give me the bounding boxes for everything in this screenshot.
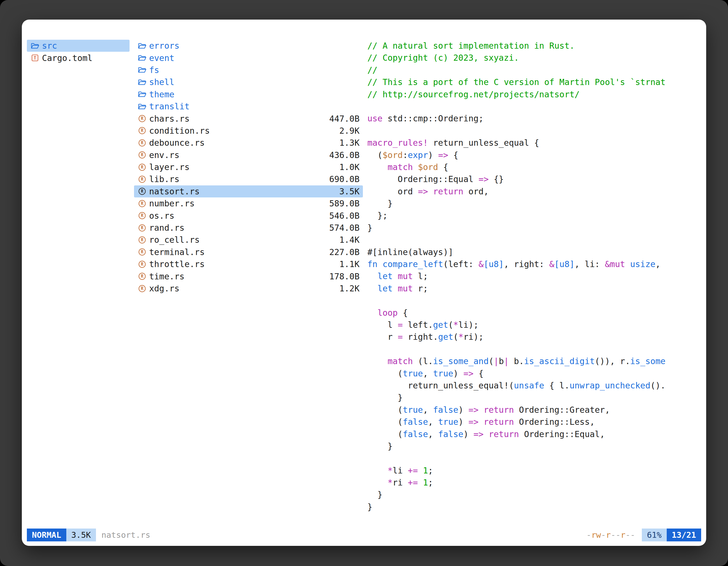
rust-icon: R (137, 272, 147, 281)
cursor-position-badge: 13/21 (667, 529, 701, 541)
file-row-os-rs[interactable]: Ros.rs546.0B (134, 210, 363, 222)
status-bar: NORMAL 3.5K natsort.rs -rw-r--r-- 61% 13… (27, 529, 701, 541)
code-line: let mut l; (367, 270, 701, 282)
code-line: *li += 1; (367, 464, 701, 476)
file-name: layer.rs (149, 162, 190, 172)
file-name: natsort.rs (149, 187, 200, 196)
file-row-rand-rs[interactable]: Rrand.rs574.0B (134, 222, 363, 234)
file-name: xdg.rs (149, 283, 179, 293)
code-line: ($ord:expr) => { (367, 149, 701, 161)
file-name: time.rs (149, 272, 184, 281)
file-name: shell (149, 77, 174, 87)
file-name: env.rs (149, 150, 179, 160)
file-name: lib.rs (149, 174, 179, 184)
code-line: (false, true) => return Ordering::Less, (367, 416, 701, 428)
file-size: 178.0B (324, 272, 360, 281)
folder-open-icon (137, 78, 147, 86)
code-line: Ordering::Equal => {} (367, 173, 701, 185)
file-size: 546.0B (324, 211, 360, 221)
svg-text:T: T (34, 56, 36, 61)
svg-text:R: R (141, 201, 144, 206)
rust-icon: R (137, 200, 147, 208)
file-row-chars-rs[interactable]: Rchars.rs447.0B (134, 112, 363, 125)
svg-text:R: R (141, 177, 144, 182)
rust-icon: R (137, 284, 147, 293)
file-row-translit[interactable]: translit (134, 100, 363, 112)
file-row-natsort-rs[interactable]: Rnatsort.rs3.5K (134, 186, 363, 198)
code-line: } (367, 222, 701, 234)
code-line: return_unless_equal!(unsafe { l.unwrap_u… (367, 379, 701, 391)
code-line (367, 234, 701, 246)
rust-icon: R (137, 236, 147, 244)
file-size: 436.0B (324, 150, 360, 160)
rust-icon: R (137, 175, 147, 184)
code-line: ord => return ord, (367, 186, 701, 198)
file-row-errors[interactable]: errors (134, 40, 363, 52)
file-row-layer-rs[interactable]: Rlayer.rs1.0K (134, 161, 363, 173)
file-row-terminal-rs[interactable]: Rterminal.rs227.0B (134, 246, 363, 258)
code-line: loop { (367, 307, 701, 319)
svg-text:R: R (141, 286, 144, 291)
svg-text:R: R (141, 238, 144, 243)
yazi-file-manager-window: srcTCargo.toml errorseventfsshellthemetr… (22, 20, 706, 546)
code-line (367, 100, 701, 112)
folder-open-icon (137, 42, 147, 50)
file-name: event (149, 53, 174, 63)
code-line (367, 452, 701, 464)
code-line (367, 343, 701, 355)
svg-text:R: R (141, 274, 144, 279)
svg-text:R: R (141, 213, 144, 219)
code-line: }; (367, 210, 701, 222)
file-size: 1.3K (334, 138, 360, 148)
code-line: #[inline(always)] (367, 246, 701, 258)
file-name: condition.rs (149, 126, 210, 136)
svg-text:R: R (141, 165, 144, 170)
folder-open-icon (137, 54, 147, 62)
file-name: Cargo.toml (42, 53, 93, 63)
desktop-backdrop: srcTCargo.toml errorseventfsshellthemetr… (0, 0, 728, 566)
file-name: chars.rs (149, 114, 190, 124)
file-row-time-rs[interactable]: Rtime.rs178.0B (134, 270, 363, 282)
file-size: 1.0K (334, 162, 360, 172)
file-row-debounce-rs[interactable]: Rdebounce.rs1.3K (134, 137, 363, 149)
code-line: (false, false) => return Ordering::Equal… (367, 428, 701, 440)
svg-text:R: R (141, 128, 144, 133)
file-row-condition-rs[interactable]: Rcondition.rs2.9K (134, 125, 363, 137)
rust-icon: R (137, 224, 147, 232)
rust-icon: R (137, 126, 147, 135)
file-row-event[interactable]: event (134, 52, 363, 64)
rust-icon: R (137, 248, 147, 256)
file-size: 690.0B (324, 174, 360, 184)
code-line (367, 125, 701, 137)
file-row-lib-rs[interactable]: Rlib.rs690.0B (134, 173, 363, 185)
file-row-xdg-rs[interactable]: Rxdg.rs1.2K (134, 283, 363, 294)
file-row-shell[interactable]: shell (134, 76, 363, 88)
code-line: } (367, 501, 701, 513)
file-name: fs (149, 65, 159, 75)
file-row-theme[interactable]: theme (134, 88, 363, 100)
mode-badge: NORMAL (27, 529, 66, 541)
code-line: } (367, 488, 701, 501)
file-row-number-rs[interactable]: Rnumber.rs589.0B (134, 198, 363, 210)
file-name: translit (149, 102, 190, 111)
code-line (367, 294, 701, 306)
file-row-src[interactable]: src (27, 40, 130, 52)
rust-icon: R (137, 212, 147, 220)
status-filename: natsort.rs (102, 530, 151, 540)
file-size: 574.0B (324, 223, 360, 233)
file-row-cargo-toml[interactable]: TCargo.toml (27, 52, 130, 64)
rust-icon: R (137, 151, 147, 159)
file-row-ro-cell-rs[interactable]: Rro_cell.rs1.4K (134, 234, 363, 246)
code-line: // This is a port of the C version of Ma… (367, 76, 701, 88)
file-name: theme (149, 90, 174, 99)
folder-open-icon (137, 90, 147, 98)
toml-icon: T (30, 54, 40, 62)
svg-text:R: R (141, 153, 144, 158)
code-line: (true, true) => { (367, 367, 701, 379)
file-row-fs[interactable]: fs (134, 64, 363, 76)
file-row-throttle-rs[interactable]: Rthrottle.rs1.1K (134, 258, 363, 270)
file-name: rand.rs (149, 223, 184, 233)
code-line: match $ord { (367, 161, 701, 173)
folder-open-icon (137, 102, 147, 111)
file-row-env-rs[interactable]: Renv.rs436.0B (134, 149, 363, 161)
